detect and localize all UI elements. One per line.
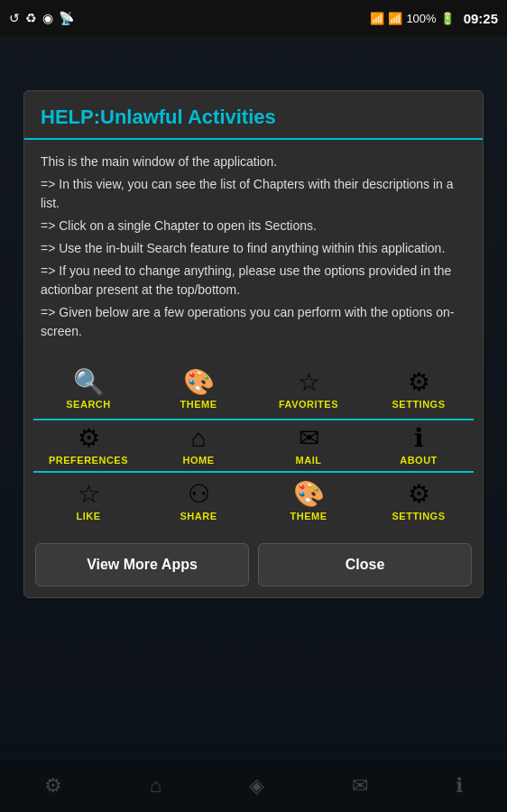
status-icons-left: ↺ ♻ ◉ 📡 (9, 11, 74, 25)
home-label: HOME (183, 455, 215, 466)
status-icons-right: 📶 📶 100% 🔋 09:25 (370, 11, 498, 26)
help-text-2: => In this view, you can see the list of… (41, 175, 466, 213)
like-label: LIKE (76, 511, 100, 521)
icon-row-top: 🔍 SEARCH 🎨 THEME ☆ FAVORITES ⚙ SETTINGS (33, 364, 474, 415)
settings-icon: ⚙ (408, 370, 430, 395)
help-text-4: => Use the in-built Search feature to fi… (41, 239, 466, 258)
about-icon: ℹ (414, 426, 424, 451)
share-label: SHARE (180, 511, 217, 521)
dialog-title: HELP:Unlawful Activities (41, 106, 466, 129)
dialog-body: This is the main window of the applicati… (24, 140, 483, 357)
like-icon: ☆ (78, 482, 100, 507)
icon-like[interactable]: ☆ LIKE (33, 482, 143, 521)
theme2-icon: 🎨 (293, 482, 325, 507)
dialog-header: HELP:Unlawful Activities (24, 91, 483, 140)
help-dialog: HELP:Unlawful Activities This is the mai… (23, 90, 484, 598)
icon-row-bottom: ☆ LIKE ⚇ SHARE 🎨 THEME ⚙ SETTINGS (33, 476, 474, 527)
rss-icon: 📡 (59, 11, 74, 25)
help-text-5: => If you need to change anything, pleas… (41, 262, 466, 300)
help-text-6: => Given below are a few operations you … (41, 303, 466, 341)
whatsapp-icon: ◉ (42, 11, 53, 25)
help-text-3: => Click on a single Chapter to open its… (41, 217, 466, 235)
icon-share[interactable]: ⚇ SHARE (143, 482, 254, 521)
search-label: SEARCH (66, 399, 110, 410)
favorites-label: FAVORITES (279, 399, 338, 410)
share-icon: ⚇ (188, 482, 210, 507)
icon-favorites[interactable]: ☆ FAVORITES (254, 370, 364, 410)
status-bar: ↺ ♻ ◉ 📡 📶 📶 100% 🔋 09:25 (0, 0, 507, 36)
battery-icon: 🔋 (440, 12, 455, 25)
settings2-icon: ⚙ (408, 482, 430, 507)
signal-icon: 📶 (388, 12, 402, 25)
icon-settings2[interactable]: ⚙ SETTINGS (364, 482, 474, 521)
dialog-overlay: HELP:Unlawful Activities This is the mai… (0, 36, 507, 812)
sync-icon: ♻ (25, 11, 37, 25)
theme-label: THEME (180, 399, 217, 410)
help-text-1: This is the main window of the applicati… (41, 152, 466, 171)
about-label: ABOUT (400, 455, 438, 466)
icon-theme[interactable]: 🎨 THEME (143, 370, 254, 410)
search-icon: 🔍 (73, 370, 105, 395)
icon-section: 🔍 SEARCH 🎨 THEME ☆ FAVORITES ⚙ SETTINGS (24, 357, 483, 534)
battery-text: 100% (406, 12, 436, 25)
theme-icon: 🎨 (183, 370, 215, 395)
close-button[interactable]: Close (258, 543, 472, 586)
preferences-icon: ⚙ (78, 426, 100, 451)
mail-icon: ✉ (299, 426, 319, 451)
icon-preferences[interactable]: ⚙ PREFERENCES (33, 426, 143, 466)
status-time: 09:25 (464, 11, 498, 26)
icon-search[interactable]: 🔍 SEARCH (33, 370, 143, 410)
icon-row-middle: ⚙ PREFERENCES ⌂ HOME ✉ MAIL ℹ ABOUT (33, 419, 474, 473)
icon-home[interactable]: ⌂ HOME (143, 426, 254, 466)
preferences-label: PREFERENCES (49, 455, 128, 466)
recycle-icon: ↺ (9, 11, 20, 25)
favorites-icon: ☆ (298, 370, 320, 395)
view-more-apps-button[interactable]: View More Apps (35, 543, 249, 586)
icon-about[interactable]: ℹ ABOUT (364, 426, 474, 466)
icon-mail[interactable]: ✉ MAIL (254, 426, 364, 466)
mail-label: MAIL (296, 455, 322, 466)
home-icon: ⌂ (191, 426, 207, 451)
settings-label: SETTINGS (392, 399, 445, 410)
settings2-label: SETTINGS (392, 511, 445, 521)
wifi-icon: 📶 (370, 12, 384, 25)
icon-settings[interactable]: ⚙ SETTINGS (364, 370, 474, 410)
icon-theme2[interactable]: 🎨 THEME (254, 482, 364, 521)
theme2-label: THEME (290, 511, 327, 521)
dialog-footer: View More Apps Close (24, 534, 483, 597)
